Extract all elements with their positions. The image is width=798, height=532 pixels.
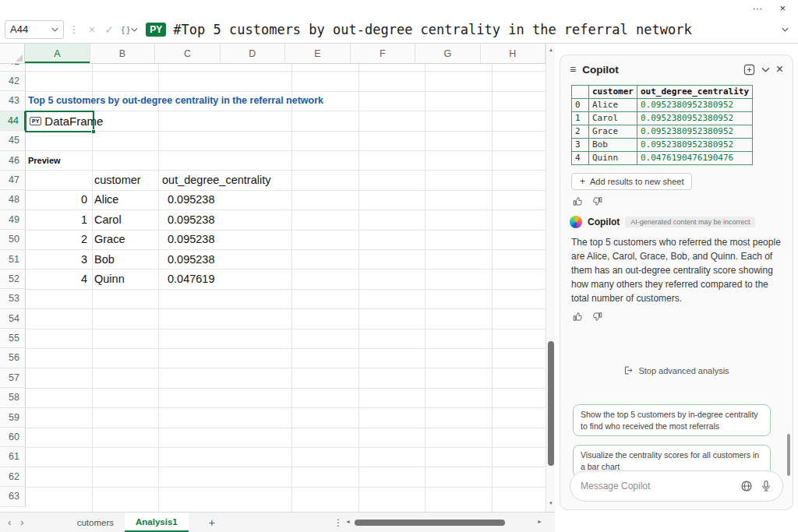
preview-index[interactable]: 3	[70, 250, 87, 270]
python-object-icon[interactable]: { }	[122, 25, 138, 34]
row-header[interactable]: 47	[0, 171, 26, 190]
column-header-h[interactable]: H	[481, 44, 546, 63]
microphone-icon[interactable]	[760, 480, 772, 492]
table-cell-value: 0.0952380952380952	[637, 99, 752, 112]
stop-analysis-button[interactable]: Stop advanced analysis	[560, 365, 793, 375]
thumbs-down-icon[interactable]	[592, 196, 602, 206]
suggestion-chip[interactable]: Show the top 5 customers by in-degree ce…	[573, 404, 771, 436]
preview-header-customer[interactable]: customer	[94, 171, 141, 190]
new-chat-icon[interactable]	[743, 64, 755, 76]
row-header[interactable]: 48	[0, 190, 26, 210]
row-header[interactable]: 46	[0, 151, 26, 171]
thumbs-down-icon[interactable]	[592, 312, 602, 322]
preview-index[interactable]: 4	[70, 270, 87, 289]
spreadsheet-grid[interactable]: 41 42 43 44 45 46 47 48 49 50 51 52 53 5…	[0, 64, 546, 512]
preview-header-centrality[interactable]: out_degree_centrality	[162, 171, 270, 190]
cell-dataframe[interactable]: PY DataFrame	[30, 111, 103, 131]
row-header[interactable]: 56	[0, 348, 26, 368]
column-header-e[interactable]: E	[285, 44, 350, 63]
thumbs-up-icon[interactable]	[573, 196, 583, 206]
copilot-scroll-thumb[interactable]	[787, 434, 790, 476]
globe-icon[interactable]	[740, 480, 753, 492]
row-header[interactable]: 59	[0, 408, 26, 428]
preview-value[interactable]: 0.047619	[168, 270, 214, 289]
preview-index[interactable]: 0	[70, 190, 87, 210]
add-sheet-icon[interactable]: +	[209, 516, 215, 529]
copilot-response-header: Copilot AI-generated content may be inco…	[570, 216, 783, 228]
table-cell-value: 0.0952380952380952	[637, 112, 752, 125]
row-header[interactable]: 51	[0, 250, 26, 270]
preview-value[interactable]: 0.095238	[168, 250, 214, 270]
collapse-chevron-icon[interactable]	[761, 67, 770, 72]
row-headers: 41 42 43 44 45 46 47 48 49 50 51 52 53 5…	[0, 64, 26, 507]
row-header[interactable]: 63	[0, 487, 26, 506]
row-header[interactable]: 50	[0, 230, 26, 249]
preview-name[interactable]: Alice	[94, 190, 118, 210]
row-header[interactable]: 45	[0, 131, 26, 150]
row-header[interactable]: 58	[0, 388, 26, 407]
row-header[interactable]: 61	[0, 447, 26, 467]
titlebar: ··· ×	[0, 0, 798, 16]
formula-input[interactable]: #Top 5 customers by out-degree centralit…	[173, 22, 777, 37]
preview-value[interactable]: 0.095238	[168, 230, 214, 249]
vertical-scrollbar[interactable]: ▲ ▼	[546, 44, 555, 512]
scrollbar-grip-icon[interactable]: ⋮	[334, 517, 343, 528]
row-header[interactable]: 41	[0, 64, 26, 72]
close-pane-icon[interactable]: ×	[776, 63, 783, 76]
row-header[interactable]: 57	[0, 368, 26, 388]
preview-label[interactable]: Preview	[28, 151, 61, 171]
preview-index[interactable]: 1	[70, 210, 87, 230]
copilot-message-input[interactable]	[581, 481, 733, 491]
formula-bar: A44 ⋮ × ✓ { } PY #Top 5 customers by out…	[0, 16, 798, 44]
cancel-icon[interactable]: ×	[89, 23, 95, 36]
prev-sheet-icon[interactable]: ‹	[8, 516, 11, 528]
window-more-icon[interactable]: ···	[752, 3, 762, 13]
row-header[interactable]: 53	[0, 289, 26, 308]
row-header[interactable]: 60	[0, 428, 26, 447]
preview-index[interactable]: 2	[70, 230, 87, 249]
cell-title-text[interactable]: Top 5 customers by out-degree centrality…	[28, 91, 323, 111]
row-header[interactable]: 54	[0, 309, 26, 329]
scroll-right-icon[interactable]: ►	[537, 519, 542, 524]
menu-icon[interactable]: ≡	[570, 63, 576, 76]
preview-name[interactable]: Quinn	[94, 270, 125, 289]
column-header-g[interactable]: G	[415, 44, 480, 63]
sheet-nav: ‹ ›	[0, 516, 32, 528]
preview-name[interactable]: Carol	[94, 210, 122, 230]
row-header[interactable]: 49	[0, 210, 26, 230]
thumbs-up-icon[interactable]	[573, 312, 583, 322]
column-header-d[interactable]: D	[221, 44, 285, 63]
column-header-a[interactable]: A	[25, 44, 90, 63]
formula-bar-grip-icon[interactable]: ⋮	[69, 24, 79, 35]
column-header-c[interactable]: C	[155, 44, 220, 63]
row-header-selected[interactable]: 44	[0, 111, 26, 131]
window-close-icon[interactable]: ×	[779, 3, 786, 13]
preview-name[interactable]: Bob	[94, 250, 115, 270]
column-header-b[interactable]: B	[90, 44, 155, 63]
preview-value[interactable]: 0.095238	[168, 190, 214, 210]
vertical-scroll-thumb[interactable]	[548, 341, 554, 466]
copilot-input-box[interactable]	[570, 470, 783, 502]
scroll-left-icon[interactable]: ◄	[345, 519, 351, 524]
horizontal-scroll-thumb[interactable]	[355, 520, 505, 526]
next-sheet-icon[interactable]: ›	[20, 516, 23, 528]
row-header[interactable]: 62	[0, 467, 26, 487]
add-results-button[interactable]: + Add results to new sheet	[571, 173, 692, 190]
horizontal-scrollbar[interactable]: ◄ ►	[345, 516, 542, 529]
sheet-tab-analysis1[interactable]: Analysis1	[125, 513, 189, 532]
row-header[interactable]: 55	[0, 329, 26, 348]
add-results-label: Add results to new sheet	[590, 177, 683, 186]
row-header[interactable]: 43	[0, 91, 26, 111]
column-header-f[interactable]: F	[351, 44, 415, 63]
preview-value[interactable]: 0.095238	[168, 210, 214, 230]
row-header[interactable]: 42	[0, 72, 26, 91]
chevron-down-icon[interactable]	[51, 27, 58, 32]
sheet-tab-cutomers[interactable]: cutomers	[66, 513, 125, 532]
name-box[interactable]: A44	[5, 20, 64, 39]
copilot-card: ≡ Copilot × customer out_degree_centrali…	[560, 55, 793, 510]
preview-name[interactable]: Grace	[94, 230, 125, 249]
formula-bar-expand-icon[interactable]	[782, 27, 789, 32]
enter-icon[interactable]: ✓	[104, 23, 114, 36]
select-all-corner[interactable]	[0, 44, 25, 63]
row-header[interactable]: 52	[0, 270, 26, 289]
